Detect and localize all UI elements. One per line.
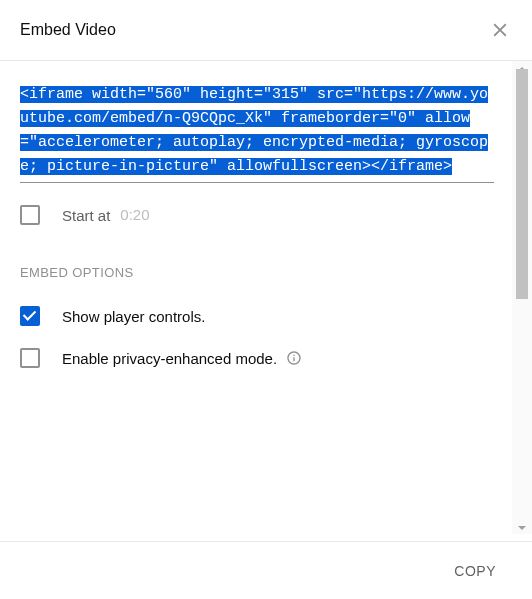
privacy-label: Enable privacy-enhanced mode.: [62, 350, 277, 367]
x-icon: [489, 19, 511, 41]
content-wrap: <iframe width="560" height="315" src="ht…: [0, 61, 532, 534]
start-at-input[interactable]: 0:20: [120, 206, 150, 224]
embed-code-text: <iframe width="560" height="315" src="ht…: [20, 86, 488, 175]
privacy-checkbox[interactable]: [20, 348, 40, 368]
dialog-header: Embed Video: [0, 0, 532, 61]
dialog-footer: COPY: [0, 541, 532, 599]
embed-options-heading: EMBED OPTIONS: [20, 265, 512, 280]
player-controls-label: Show player controls.: [62, 308, 205, 325]
copy-button[interactable]: COPY: [442, 555, 508, 587]
close-icon[interactable]: [488, 18, 512, 42]
start-at-row: Start at 0:20: [20, 205, 494, 225]
start-at-label: Start at: [62, 207, 110, 224]
scroll-down-icon[interactable]: [518, 526, 526, 530]
dialog-title: Embed Video: [20, 21, 116, 39]
player-controls-checkbox[interactable]: [20, 306, 40, 326]
scrollbar-track[interactable]: [512, 61, 532, 534]
start-at-checkbox[interactable]: [20, 205, 40, 225]
info-icon[interactable]: [285, 349, 303, 367]
privacy-row: Enable privacy-enhanced mode.: [20, 348, 494, 368]
scrollbar-thumb[interactable]: [516, 69, 528, 299]
player-controls-row: Show player controls.: [20, 306, 494, 326]
embed-code-field[interactable]: <iframe width="560" height="315" src="ht…: [20, 83, 494, 183]
dialog-content: <iframe width="560" height="315" src="ht…: [0, 61, 532, 534]
